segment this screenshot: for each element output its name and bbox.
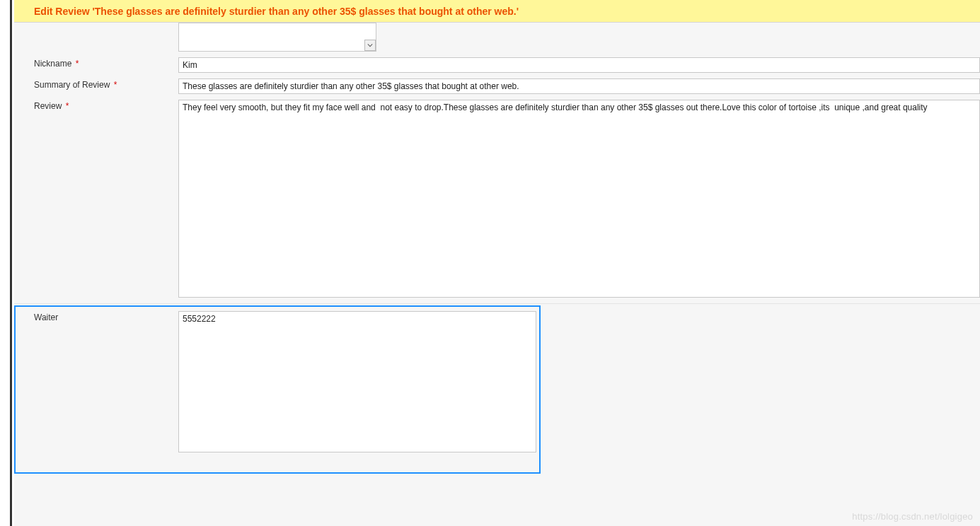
summary-input[interactable] — [178, 78, 980, 94]
chevron-down-icon — [367, 42, 373, 48]
waiter-textarea[interactable] — [178, 311, 536, 452]
rating-select[interactable] — [178, 23, 376, 52]
form-area: Nickname * Summary of Review * Review * — [14, 23, 980, 526]
required-asterisk: * — [76, 59, 79, 69]
required-asterisk: * — [114, 80, 117, 90]
divider — [14, 303, 980, 304]
select-label — [34, 23, 178, 24]
waiter-label: Waiter — [34, 311, 178, 322]
page-title: Edit Review 'These glasses are definitel… — [34, 6, 519, 17]
review-textarea[interactable] — [178, 100, 980, 298]
vertical-divider — [10, 0, 12, 526]
select-scroll-down[interactable] — [364, 40, 376, 51]
review-label: Review * — [34, 100, 178, 111]
nickname-input[interactable] — [178, 57, 980, 73]
watermark-text: https://blog.csdn.net/lolgigeo — [852, 511, 973, 522]
required-asterisk: * — [66, 101, 69, 111]
nickname-label: Nickname * — [34, 57, 178, 69]
summary-label: Summary of Review * — [34, 78, 178, 90]
page-header: Edit Review 'These glasses are definitel… — [14, 0, 980, 23]
